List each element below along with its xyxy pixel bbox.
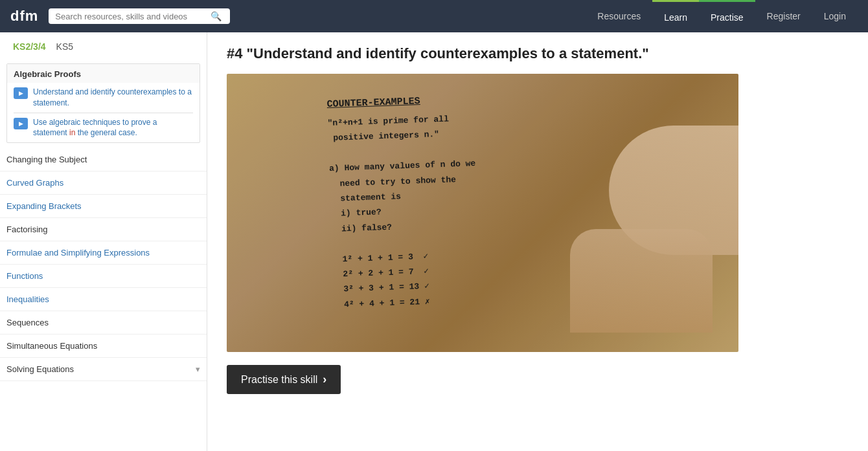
nav-resources[interactable]: Resources — [586, 0, 652, 32]
content-title: #4 "Understand and identify counterexamp… — [227, 45, 849, 62]
topic-section-title[interactable]: Algebraic Proofs — [7, 64, 200, 83]
nav-learn[interactable]: Learn — [652, 0, 699, 32]
sidebar-item-factorising[interactable]: Factorising — [0, 218, 207, 241]
site-logo[interactable]: dfm — [10, 8, 38, 25]
sidebar-item-formulae[interactable]: Formulae and Simplifying Expressions — [0, 241, 207, 265]
content-image: COUNTER-EXAMPLES "n²+n+1 is prime for al… — [227, 74, 738, 352]
sidebar: KS2/3/4 KS5 Algebraic Proofs Understand … — [0, 32, 207, 451]
sidebar-item-changing[interactable]: Changing the Subject — [0, 148, 207, 171]
hands-bottom-decoration — [570, 229, 713, 333]
play-icon-1 — [14, 87, 28, 99]
sidebar-item-solving[interactable]: Solving Equations ▾ — [0, 358, 207, 381]
search-input[interactable] — [55, 12, 211, 21]
nav-login[interactable]: Login — [812, 0, 858, 32]
content-area: #4 "Understand and identify counterexamp… — [207, 32, 868, 451]
sidebar-scroll-indicator: ▾ — [196, 364, 200, 374]
play-icon-2 — [14, 118, 28, 129]
navbar-links: Resources Learn Practise Register Login — [586, 0, 858, 32]
practise-skill-button[interactable]: Practise this skill › — [227, 365, 341, 394]
nav-register[interactable]: Register — [755, 0, 812, 32]
practise-skill-label: Practise this skill — [241, 374, 317, 386]
sidebar-item-solving-label: Solving Equations — [6, 364, 74, 374]
breadcrumb: KS2/3/4 KS5 — [0, 32, 207, 58]
breadcrumb-ks5[interactable]: KS5 — [56, 41, 73, 52]
sidebar-item-inequalities[interactable]: Inequalities — [0, 288, 207, 311]
sidebar-item-curved[interactable]: Curved Graphs — [0, 171, 207, 195]
video-item-1-text: Understand and identify counterexamples … — [33, 87, 193, 109]
photo-text-overlay: COUNTER-EXAMPLES "n²+n+1 is prime for al… — [326, 91, 481, 313]
sidebar-item-simultaneous[interactable]: Simultaneous Equations — [0, 335, 207, 358]
sidebar-item-sequences[interactable]: Sequences — [0, 311, 207, 335]
sidebar-item-expanding[interactable]: Expanding Brackets — [0, 195, 207, 218]
main-layout: KS2/3/4 KS5 Algebraic Proofs Understand … — [0, 32, 868, 451]
search-icon: 🔍 — [211, 11, 222, 21]
video-item-2-text: Use algebraic techniques to prove a stat… — [33, 117, 193, 139]
nav-practise[interactable]: Practise — [699, 0, 755, 32]
topic-section-algebraic-proofs: Algebraic Proofs Understand and identify… — [6, 63, 200, 143]
video-item-1[interactable]: Understand and identify counterexamples … — [7, 83, 200, 113]
navbar: dfm 🔍 Resources Learn Practise Register … — [0, 0, 868, 32]
practise-chevron-icon: › — [323, 373, 326, 386]
breadcrumb-ks234[interactable]: KS2/3/4 — [13, 41, 46, 52]
sidebar-item-functions[interactable]: Functions — [0, 265, 207, 288]
search-bar[interactable]: 🔍 — [49, 8, 230, 24]
video-item-2[interactable]: Use algebraic techniques to prove a stat… — [7, 113, 200, 143]
